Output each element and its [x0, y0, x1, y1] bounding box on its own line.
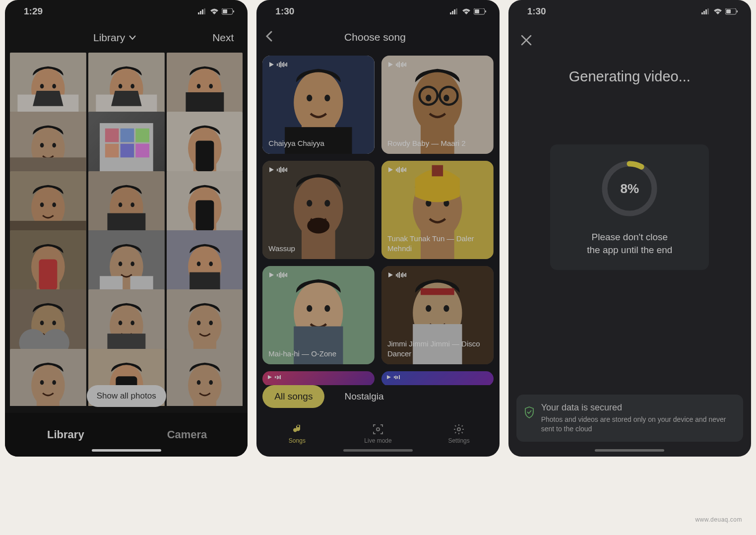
song-card[interactable]: Jimmi Jimmi Jimmi — Disco Dancer	[381, 266, 494, 364]
song-card[interactable]: Wassup	[262, 161, 375, 259]
page-title: Choose song	[272, 31, 490, 43]
music-note-icon	[291, 423, 303, 435]
screen-choose-song: 1:30 Choose song Chaiyya Chaiyya	[256, 0, 499, 457]
svg-point-79	[209, 262, 213, 266]
svg-point-23	[209, 84, 213, 88]
bottom-tabs: Library Camera	[5, 413, 248, 457]
svg-rect-121	[485, 10, 486, 12]
nav-songs[interactable]: Songs	[256, 411, 337, 457]
wifi-icon	[210, 8, 219, 15]
svg-point-162	[457, 428, 460, 431]
screen-library: 1:29 Library Next	[5, 0, 248, 457]
chip-nostalgia[interactable]: Nostalgia	[332, 385, 395, 408]
song-card[interactable]: Tunak Tunak Tun — Daler Mehndi	[381, 161, 494, 259]
svg-point-28	[40, 143, 44, 147]
svg-rect-5	[223, 9, 227, 13]
svg-point-91	[119, 321, 123, 325]
svg-rect-117	[454, 9, 455, 14]
close-button[interactable]	[520, 33, 532, 50]
play-preview-button[interactable]	[387, 167, 406, 173]
song-grid: Chaiyya Chaiyya Rowdy Baby — Maari 2 Was…	[256, 52, 499, 385]
song-title: Wassup	[268, 244, 369, 254]
svg-rect-37	[135, 144, 149, 158]
play-preview-button[interactable]	[387, 272, 406, 278]
next-button[interactable]: Next	[212, 32, 234, 44]
home-indicator[interactable]	[92, 449, 161, 452]
wifi-icon	[713, 8, 722, 15]
svg-rect-153	[294, 327, 343, 364]
cellular-icon	[450, 8, 459, 14]
song-card[interactable]: Chaiyya Chaiyya	[262, 56, 375, 154]
svg-rect-164	[703, 11, 705, 14]
progress-message: Please don't close the app until the end	[587, 231, 672, 256]
svg-point-10	[40, 84, 44, 88]
song-card-peek[interactable]	[381, 371, 494, 385]
back-button[interactable]	[265, 30, 272, 45]
status-icons	[198, 8, 235, 15]
play-preview-button[interactable]	[268, 62, 287, 67]
progress-ring: 8%	[600, 159, 659, 218]
svg-rect-43	[195, 141, 214, 172]
play-preview-button[interactable]	[267, 374, 281, 380]
home-indicator[interactable]	[595, 449, 664, 452]
play-preview-button[interactable]	[386, 374, 400, 380]
svg-point-114	[209, 380, 213, 385]
svg-rect-35	[105, 144, 119, 158]
choose-song-header: Choose song	[256, 23, 499, 52]
song-card-peek[interactable]	[262, 371, 375, 385]
svg-point-16	[119, 84, 123, 88]
svg-point-92	[130, 321, 134, 325]
svg-point-103	[52, 380, 56, 385]
category-chips: All songs Nostalgia	[262, 385, 493, 408]
svg-rect-147	[432, 165, 443, 177]
svg-point-131	[426, 95, 431, 102]
library-header: Library Next	[5, 23, 248, 53]
svg-point-132	[443, 95, 449, 102]
svg-point-102	[40, 380, 44, 385]
svg-point-139	[307, 200, 312, 207]
svg-rect-2	[202, 9, 203, 14]
play-preview-button[interactable]	[387, 62, 406, 67]
song-card[interactable]: Mai-ha-hi — O-Zone	[262, 266, 375, 364]
chip-all-songs[interactable]: All songs	[262, 385, 324, 408]
song-title: Mai-ha-hi — O-Zone	[268, 349, 369, 359]
svg-point-126	[325, 95, 330, 102]
svg-point-47	[40, 202, 44, 207]
photo-thumbnail[interactable]	[10, 349, 86, 406]
song-card[interactable]: Rowdy Baby — Maari 2	[381, 56, 494, 154]
photo-thumbnail[interactable]	[167, 349, 243, 406]
svg-point-158	[443, 305, 449, 312]
battery-icon	[222, 8, 235, 15]
show-all-photos-button[interactable]: Show all photos	[87, 385, 166, 407]
data-secured-banner: Your data is secured Photos and videos a…	[516, 395, 743, 442]
svg-point-54	[130, 202, 134, 207]
svg-rect-130	[421, 118, 454, 154]
svg-point-53	[119, 202, 123, 207]
play-preview-button[interactable]	[268, 167, 287, 173]
svg-rect-160	[421, 288, 454, 295]
svg-point-125	[307, 95, 312, 102]
status-bar: 1:30	[256, 0, 499, 23]
status-icons	[450, 8, 487, 15]
svg-rect-112	[193, 396, 216, 406]
library-dropdown[interactable]: Library	[93, 32, 136, 44]
battery-icon	[725, 8, 738, 15]
song-title: Tunak Tunak Tun — Daler Mehndi	[387, 234, 488, 253]
svg-rect-36	[120, 144, 134, 158]
scan-face-icon	[372, 423, 384, 435]
song-title: Chaiyya Chaiyya	[268, 138, 369, 148]
secure-title: Your data is secured	[541, 402, 734, 413]
svg-rect-166	[707, 8, 709, 14]
gear-icon	[453, 423, 465, 435]
shield-check-icon	[524, 406, 534, 421]
svg-rect-116	[452, 11, 453, 14]
play-preview-button[interactable]	[268, 272, 287, 278]
svg-point-84	[40, 321, 44, 325]
svg-rect-32	[105, 129, 119, 142]
nav-settings[interactable]: Settings	[419, 411, 500, 457]
svg-point-140	[325, 200, 330, 207]
song-title: Rowdy Baby — Maari 2	[387, 138, 488, 148]
svg-point-11	[52, 84, 56, 88]
home-indicator[interactable]	[343, 449, 413, 452]
cellular-icon	[701, 8, 710, 14]
